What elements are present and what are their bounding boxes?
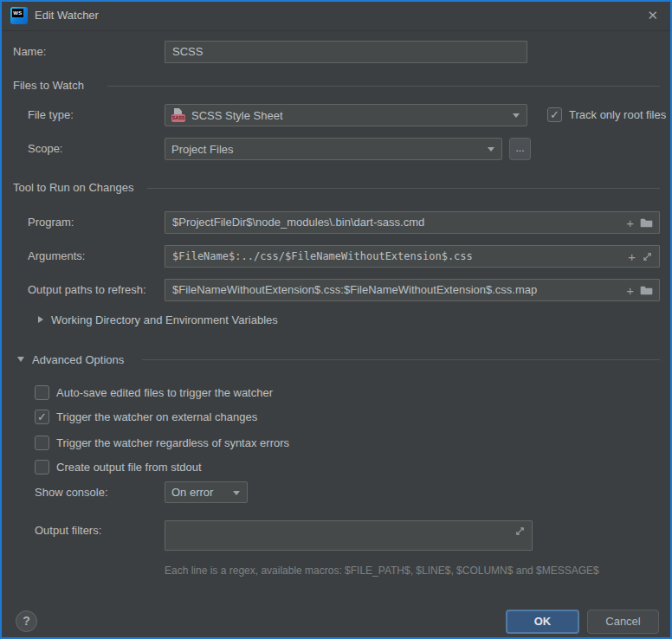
program-value: $ProjectFileDir$\node_modules\.bin\dart-… (172, 216, 424, 229)
output-filters-hint: Each line is a regex, available macros: … (165, 565, 599, 577)
scope-value: Project Files (171, 143, 234, 156)
chevron-down-icon (488, 147, 494, 152)
webstorm-icon: WS (10, 7, 28, 24)
autosave-label: Auto-save edited files to trigger the wa… (56, 386, 273, 399)
scope-combobox[interactable]: Project Files (165, 138, 502, 160)
arguments-input[interactable]: $FileName$:../css/$FileNameWithoutExtens… (165, 245, 660, 268)
edit-watcher-dialog: WS Edit Watcher ✕ Name: SCSS Files to Wa… (0, 0, 672, 639)
stdout-label: Create output file from stdout (56, 461, 202, 474)
show-console-value: On error (171, 486, 213, 499)
output-paths-input[interactable]: $FileNameWithoutExtension$.css:$FileName… (165, 279, 660, 301)
scope-browse-button[interactable]: ... (509, 138, 531, 160)
arguments-value: $FileName$:../css/$FileNameWithoutExtens… (172, 250, 473, 262)
scope-label: Scope: (28, 138, 62, 160)
name-value: SCSS (172, 45, 203, 58)
stdout-checkbox[interactable] (35, 460, 49, 474)
autosave-checkbox[interactable] (35, 385, 49, 400)
show-console-label: Show console: (35, 481, 108, 503)
expand-field-icon[interactable] (642, 251, 653, 262)
working-directory-group-label: Working Directory and Environment Variab… (51, 313, 278, 326)
name-input[interactable]: SCSS (165, 41, 527, 63)
collapsed-arrow-icon (38, 316, 43, 323)
files-section-separator (107, 86, 660, 87)
external-changes-checkbox[interactable]: ✓ (35, 410, 49, 424)
track-root-files-checkbox[interactable]: ✓ (547, 107, 562, 122)
insert-macro-icon[interactable]: + (626, 216, 634, 229)
syntax-errors-checkbox-row[interactable]: Trigger the watcher regardless of syntax… (35, 435, 289, 450)
external-changes-label: Trigger the watcher on external changes (56, 410, 257, 423)
expanded-arrow-icon (17, 357, 24, 362)
external-changes-checkbox-row[interactable]: ✓ Trigger the watcher on external change… (35, 409, 257, 424)
folder-icon[interactable] (640, 284, 653, 297)
insert-macro-icon[interactable]: + (628, 250, 636, 263)
dialog-title: Edit Watcher (35, 2, 99, 29)
tool-section-separator (147, 188, 660, 189)
expand-field-icon[interactable] (514, 526, 526, 537)
close-icon[interactable]: ✕ (647, 2, 658, 29)
folder-icon[interactable] (640, 216, 653, 229)
file-type-combobox[interactable]: SASS SCSS Style Sheet (165, 104, 527, 126)
program-input[interactable]: $ProjectFileDir$\node_modules\.bin\dart-… (165, 211, 660, 234)
chevron-down-icon (233, 491, 240, 495)
titlebar: WS Edit Watcher ✕ (2, 2, 670, 31)
track-root-files-checkbox-row[interactable]: ✓ Track only root files (547, 106, 666, 122)
program-label: Program: (28, 211, 74, 234)
working-directory-group-toggle[interactable]: Working Directory and Environment Variab… (38, 313, 278, 326)
advanced-section-separator (142, 359, 660, 360)
output-filters-input[interactable] (165, 520, 533, 551)
output-filters-label: Output filters: (35, 520, 101, 542)
arguments-label: Arguments: (28, 245, 85, 268)
files-section-title: Files to Watch (13, 79, 84, 92)
advanced-options-toggle[interactable]: Advanced Options (17, 352, 124, 366)
webstorm-icon-badge: WS (12, 9, 23, 17)
ok-button[interactable]: OK (506, 610, 579, 634)
file-type-label: File type: (28, 104, 74, 126)
scss-file-icon: SASS (171, 108, 185, 122)
insert-macro-icon[interactable]: + (626, 284, 634, 297)
output-paths-label: Output paths to refresh: (28, 279, 146, 301)
autosave-checkbox-row[interactable]: Auto-save edited files to trigger the wa… (35, 384, 273, 400)
syntax-errors-label: Trigger the watcher regardless of syntax… (56, 436, 289, 449)
syntax-errors-checkbox[interactable] (35, 436, 49, 450)
track-root-files-label: Track only root files (569, 108, 666, 121)
output-paths-value: $FileNameWithoutExtension$.css:$FileName… (172, 283, 537, 296)
chevron-down-icon (513, 113, 520, 118)
help-button[interactable]: ? (16, 610, 37, 632)
cancel-button[interactable]: Cancel (587, 610, 659, 634)
name-label: Name: (13, 41, 46, 63)
file-type-value: SCSS Style Sheet (191, 109, 283, 122)
scss-file-icon-text: SASS (171, 114, 185, 122)
show-console-combobox[interactable]: On error (165, 481, 248, 503)
tool-section-title: Tool to Run on Changes (13, 181, 133, 194)
stdout-checkbox-row[interactable]: Create output file from stdout (35, 459, 202, 474)
advanced-options-title: Advanced Options (32, 353, 124, 366)
